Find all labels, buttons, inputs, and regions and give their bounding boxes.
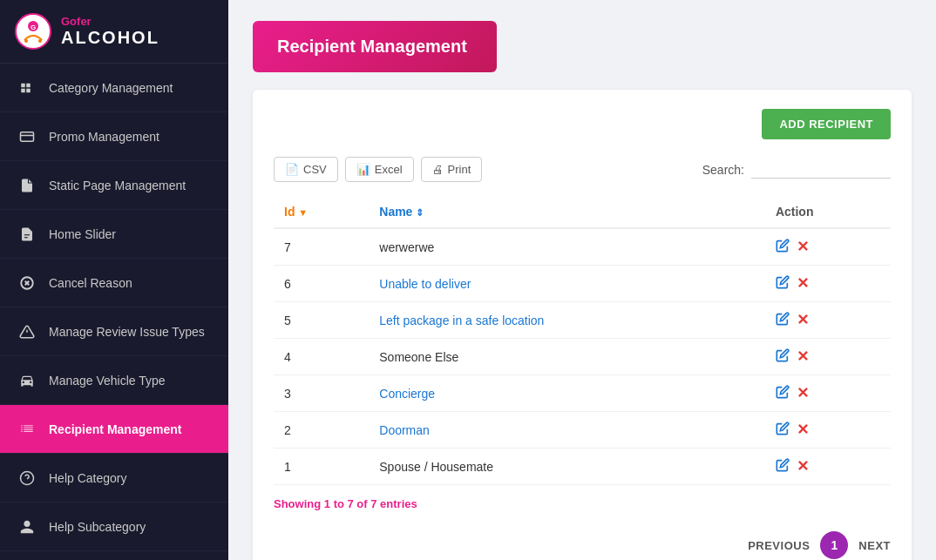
sidebar-item-manage-vehicle-type[interactable]: Manage Vehicle Type: [0, 356, 228, 405]
edit-icon[interactable]: [776, 458, 790, 475]
edit-icon[interactable]: [776, 275, 790, 292]
sidebar-item-label: Category Management: [49, 81, 173, 95]
sidebar-item-help-category[interactable]: Help Category: [0, 454, 228, 503]
cancel-icon: [17, 273, 37, 293]
table-row: 3Concierge ✕: [274, 375, 891, 412]
review-issue-icon: [17, 322, 37, 341]
category-icon: [17, 78, 37, 98]
delete-icon[interactable]: ✕: [797, 457, 809, 476]
sidebar-item-cancel-reason[interactable]: Cancel Reason: [0, 259, 228, 307]
sidebar-item-label: Help Subcategory: [49, 520, 146, 534]
sidebar-item-home-slider[interactable]: Home Slider: [0, 210, 228, 259]
delete-icon[interactable]: ✕: [797, 384, 809, 402]
search-label: Search:: [702, 163, 744, 177]
sidebar-item-label: Cancel Reason: [49, 276, 132, 290]
delete-icon[interactable]: ✕: [797, 238, 809, 256]
next-button[interactable]: NEXT: [858, 539, 891, 552]
column-header-id: Id ▼: [274, 196, 369, 228]
print-icon: 🖨: [432, 163, 444, 176]
delete-icon[interactable]: ✕: [797, 421, 809, 439]
page-title: Recipient Management: [277, 37, 472, 57]
cell-action: ✕: [765, 266, 891, 302]
table-row: 6Unable to deliver ✕: [274, 266, 891, 302]
csv-button[interactable]: 📄 CSV: [274, 157, 338, 182]
logo-icon: G: [14, 12, 52, 51]
print-button[interactable]: 🖨 Print: [421, 157, 483, 182]
edit-icon[interactable]: [776, 422, 790, 438]
cell-action: ✕: [765, 302, 891, 339]
help-category-icon: [17, 469, 37, 488]
edit-icon[interactable]: [776, 239, 790, 255]
cell-action: ✕: [765, 228, 891, 266]
edit-icon[interactable]: [776, 385, 790, 401]
export-buttons: 📄 CSV 📊 Excel 🖨 Print: [274, 157, 482, 182]
pagination: PREVIOUS 1 NEXT: [274, 531, 891, 559]
delete-icon[interactable]: ✕: [797, 347, 809, 366]
column-header-name: Name ⇕: [369, 196, 765, 228]
recipient-icon: [17, 420, 37, 439]
cell-action: ✕: [765, 412, 891, 449]
content-card: ADD RECIPIENT 📄 CSV 📊 Excel 🖨 Print Se: [253, 90, 912, 560]
cell-name: Left package in a safe location: [369, 302, 765, 339]
sidebar: G Gofer ALCOHOL Category Management Prom…: [0, 0, 228, 560]
main-content: Recipient Management ADD RECIPIENT 📄 CSV…: [228, 0, 936, 560]
svg-point-3: [24, 39, 28, 43]
cell-action: ✕: [765, 375, 891, 412]
recipients-table: Id ▼ Name ⇕ Action 7werwerwe: [274, 196, 891, 485]
delete-icon[interactable]: ✕: [797, 311, 809, 329]
table-row: 2Doorman ✕: [274, 412, 891, 449]
excel-icon: 📊: [356, 163, 370, 176]
previous-button[interactable]: PREVIOUS: [748, 539, 810, 552]
table-row: 7werwerwe ✕: [274, 228, 891, 266]
sidebar-item-label: Help Category: [49, 471, 127, 485]
edit-icon[interactable]: [776, 348, 790, 365]
static-page-icon: [17, 176, 37, 195]
edit-icon[interactable]: [776, 312, 790, 328]
home-slider-icon: [17, 225, 37, 244]
sidebar-item-manage-review-issue-types[interactable]: Manage Review Issue Types: [0, 307, 228, 356]
sidebar-item-recipient-management[interactable]: Recipient Management: [0, 405, 228, 454]
cell-name: Unable to deliver: [369, 266, 765, 302]
print-label: Print: [448, 163, 471, 176]
sidebar-item-label: Manage Vehicle Type: [49, 374, 166, 388]
page-number-1[interactable]: 1: [820, 531, 848, 559]
sidebar-item-help-subcategory[interactable]: Help Subcategory: [0, 503, 228, 551]
toolbar: 📄 CSV 📊 Excel 🖨 Print Search:: [274, 157, 891, 182]
action-icons: ✕: [776, 347, 880, 366]
cell-id: 2: [274, 412, 369, 449]
search-input[interactable]: [751, 160, 891, 179]
cell-id: 4: [274, 339, 369, 375]
sidebar-item-category-management[interactable]: Category Management: [0, 64, 228, 112]
sidebar-item-label: Home Slider: [49, 227, 116, 241]
svg-text:G: G: [31, 24, 36, 31]
table-row: 4Someone Else ✕: [274, 339, 891, 375]
table-row: 1Spouse / Housemate ✕: [274, 449, 891, 485]
excel-label: Excel: [375, 163, 403, 176]
app-logo: G Gofer ALCOHOL: [0, 0, 228, 64]
cell-id: 1: [274, 449, 369, 485]
cell-name: Concierge: [369, 375, 765, 412]
search-bar: Search:: [702, 160, 891, 179]
excel-button[interactable]: 📊 Excel: [345, 157, 414, 182]
cell-id: 5: [274, 302, 369, 339]
sidebar-item-promo-management[interactable]: Promo Management: [0, 112, 228, 161]
table-row: 5Left package in a safe location ✕: [274, 302, 891, 339]
svg-rect-5: [21, 132, 34, 141]
action-icons: ✕: [776, 457, 880, 476]
top-bar: ADD RECIPIENT: [274, 109, 891, 139]
action-icons: ✕: [776, 421, 880, 439]
sidebar-item-label: Manage Review Issue Types: [49, 325, 205, 339]
cell-action: ✕: [765, 449, 891, 485]
cell-name: Someone Else: [369, 339, 765, 375]
sidebar-item-label: Static Page Management: [49, 179, 186, 192]
delete-icon[interactable]: ✕: [797, 274, 809, 293]
add-recipient-button[interactable]: ADD RECIPIENT: [762, 109, 891, 139]
page-header-card: Recipient Management: [253, 21, 497, 72]
cell-id: 7: [274, 228, 369, 266]
cell-name: werwerwe: [369, 228, 765, 266]
action-icons: ✕: [776, 311, 880, 329]
cell-name: Spouse / Housemate: [369, 449, 765, 485]
sidebar-item-static-page-management[interactable]: Static Page Management: [0, 161, 228, 210]
column-header-action: Action: [765, 196, 891, 228]
sidebar-item-label: Recipient Management: [49, 422, 181, 436]
